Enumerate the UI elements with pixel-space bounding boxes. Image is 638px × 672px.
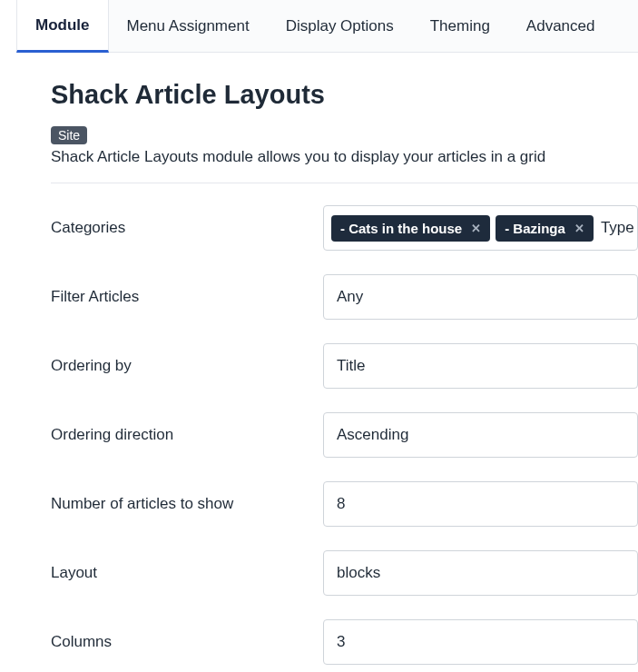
category-tag-label: - Cats in the house: [340, 221, 462, 236]
field-row-categories: Categories - Cats in the house ✕ - Bazin…: [51, 205, 638, 251]
columns-select[interactable]: 3: [323, 619, 638, 665]
ordering-direction-select[interactable]: Ascending: [323, 412, 638, 458]
tab-bar: Module Menu Assignment Display Options T…: [16, 0, 638, 53]
field-row-num-articles: Number of articles to show 8: [51, 481, 638, 527]
site-badge: Site: [51, 126, 87, 144]
filter-articles-select[interactable]: Any: [323, 274, 638, 320]
field-label-columns: Columns: [51, 633, 323, 651]
field-label-num-articles: Number of articles to show: [51, 495, 323, 513]
category-tag: - Cats in the house ✕: [331, 215, 490, 242]
field-row-filter-articles: Filter Articles Any: [51, 274, 638, 320]
tab-module[interactable]: Module: [16, 0, 109, 53]
field-row-columns: Columns 3: [51, 619, 638, 665]
layout-select[interactable]: blocks: [323, 550, 638, 596]
categories-input-placeholder[interactable]: Type: [599, 219, 634, 237]
field-row-ordering-direction: Ordering direction Ascending: [51, 412, 638, 458]
page-title: Shack Article Layouts: [51, 80, 638, 110]
category-tag: - Bazinga ✕: [496, 215, 594, 242]
category-tag-label: - Bazinga: [505, 221, 565, 236]
tab-advanced[interactable]: Advanced: [508, 0, 613, 52]
tab-display-options[interactable]: Display Options: [268, 0, 412, 52]
num-articles-input[interactable]: 8: [323, 481, 638, 527]
field-label-filter-articles: Filter Articles: [51, 288, 323, 306]
categories-select[interactable]: - Cats in the house ✕ - Bazinga ✕ Type: [323, 205, 638, 251]
tab-theming[interactable]: Theming: [412, 0, 508, 52]
close-icon[interactable]: ✕: [574, 222, 584, 235]
module-content: Shack Article Layouts Site Shack Article…: [16, 53, 638, 665]
field-label-categories: Categories: [51, 219, 323, 237]
close-icon[interactable]: ✕: [471, 222, 481, 235]
field-label-layout: Layout: [51, 564, 323, 582]
tab-menu-assignment[interactable]: Menu Assignment: [109, 0, 268, 52]
module-description: Shack Article Layouts module allows you …: [51, 148, 638, 166]
divider: [51, 183, 638, 183]
field-row-layout: Layout blocks: [51, 550, 638, 596]
ordering-by-select[interactable]: Title: [323, 343, 638, 389]
field-label-ordering-by: Ordering by: [51, 357, 323, 375]
field-label-ordering-direction: Ordering direction: [51, 426, 323, 444]
field-row-ordering-by: Ordering by Title: [51, 343, 638, 389]
